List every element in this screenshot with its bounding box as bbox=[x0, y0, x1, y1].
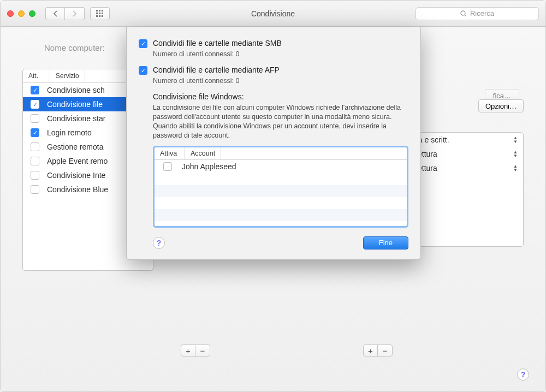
services-header-on: Att. bbox=[23, 69, 50, 82]
service-checkbox[interactable]: ✓ bbox=[31, 86, 39, 94]
preferences-window: Condivisione Ricerca Nome computer: fica… bbox=[0, 0, 546, 392]
search-placeholder: Ricerca bbox=[470, 9, 494, 17]
back-button[interactable] bbox=[45, 7, 65, 20]
svg-rect-2 bbox=[102, 10, 103, 11]
accounts-table: Attiva Account John Appleseed bbox=[153, 146, 408, 228]
remove-user-button[interactable]: − bbox=[378, 345, 392, 356]
service-label: Login remoto bbox=[47, 128, 92, 137]
service-checkbox[interactable] bbox=[31, 157, 39, 165]
account-row[interactable]: John Appleseed bbox=[155, 160, 407, 173]
services-header-service: Servizio bbox=[50, 69, 85, 82]
svg-rect-6 bbox=[96, 15, 98, 17]
permission-stepper-icon[interactable]: ▲▼ bbox=[513, 150, 518, 158]
smb-connected-text: Numero di utenti connessi: 0 bbox=[153, 50, 408, 58]
help-button[interactable]: ? bbox=[517, 369, 529, 381]
svg-rect-8 bbox=[102, 15, 103, 17]
sheet-help-button[interactable]: ? bbox=[153, 237, 165, 249]
account-checkbox[interactable] bbox=[163, 162, 172, 171]
afp-connected-text: Numero di utenti connessi: 0 bbox=[153, 77, 408, 85]
service-label: Condivisione star bbox=[47, 114, 105, 123]
service-checkbox[interactable] bbox=[31, 114, 39, 123]
service-label: Condivisione Inte bbox=[47, 171, 105, 180]
service-checkbox[interactable]: ✓ bbox=[31, 128, 39, 137]
service-label: Apple Event remo bbox=[47, 157, 108, 165]
windows-sharing-desc: La condivisione dei file con alcuni comp… bbox=[153, 103, 408, 140]
svg-rect-3 bbox=[96, 13, 98, 14]
service-checkbox[interactable] bbox=[31, 185, 39, 194]
done-button[interactable]: Fine bbox=[363, 236, 408, 250]
zoom-window-button[interactable] bbox=[29, 10, 35, 17]
search-field[interactable]: Ricerca bbox=[416, 7, 539, 20]
computer-name-label: Nome computer: bbox=[44, 43, 105, 52]
options-sheet: ✓ Condividi file e cartelle mediante SMB… bbox=[126, 27, 421, 260]
show-all-button[interactable] bbox=[90, 7, 110, 20]
smb-label: Condividi file e cartelle mediante SMB bbox=[153, 39, 282, 47]
svg-rect-4 bbox=[99, 13, 100, 14]
forward-button[interactable] bbox=[65, 7, 85, 20]
options-button[interactable]: Opzioni… bbox=[478, 99, 524, 112]
permission-stepper-icon[interactable]: ▲▼ bbox=[513, 164, 518, 172]
accounts-header: Attiva Account bbox=[155, 147, 407, 160]
svg-rect-0 bbox=[96, 10, 98, 11]
folders-add-remove: + − bbox=[181, 345, 210, 357]
add-folder-button[interactable]: + bbox=[181, 345, 195, 356]
service-label: Condivisione Blue bbox=[47, 185, 108, 194]
service-label: Gestione remota bbox=[47, 142, 104, 151]
service-checkbox[interactable] bbox=[31, 171, 39, 180]
svg-rect-7 bbox=[99, 15, 100, 17]
accounts-header-account: Account bbox=[185, 147, 221, 159]
accounts-header-on: Attiva bbox=[155, 147, 185, 159]
smb-checkbox[interactable]: ✓ bbox=[139, 39, 147, 48]
service-checkbox[interactable] bbox=[31, 142, 39, 151]
nav-buttons bbox=[45, 7, 85, 20]
search-icon bbox=[460, 10, 467, 17]
permission-stepper-icon[interactable]: ▲▼ bbox=[513, 136, 518, 144]
service-checkbox[interactable]: ✓ bbox=[31, 100, 39, 109]
window-controls bbox=[7, 10, 35, 17]
users-add-remove: + − bbox=[363, 345, 393, 357]
service-label: Condivisione file bbox=[47, 100, 103, 109]
svg-point-9 bbox=[461, 11, 465, 15]
windows-sharing-heading: Condivisione file Windows: bbox=[153, 92, 408, 101]
service-label: Condivisione sch bbox=[47, 86, 105, 94]
svg-rect-1 bbox=[99, 10, 100, 11]
svg-rect-5 bbox=[102, 13, 103, 14]
titlebar: Condivisione Ricerca bbox=[1, 1, 545, 27]
afp-checkbox[interactable]: ✓ bbox=[139, 66, 147, 75]
afp-label: Condividi file e cartelle mediante AFP bbox=[153, 66, 280, 74]
add-user-button[interactable]: + bbox=[364, 345, 378, 356]
account-name: John Appleseed bbox=[182, 162, 236, 171]
add-remove-row: + − + − bbox=[181, 345, 393, 357]
svg-line-10 bbox=[465, 15, 466, 16]
minimize-window-button[interactable] bbox=[18, 10, 25, 17]
remove-folder-button[interactable]: − bbox=[195, 345, 210, 356]
close-window-button[interactable] bbox=[7, 10, 14, 17]
